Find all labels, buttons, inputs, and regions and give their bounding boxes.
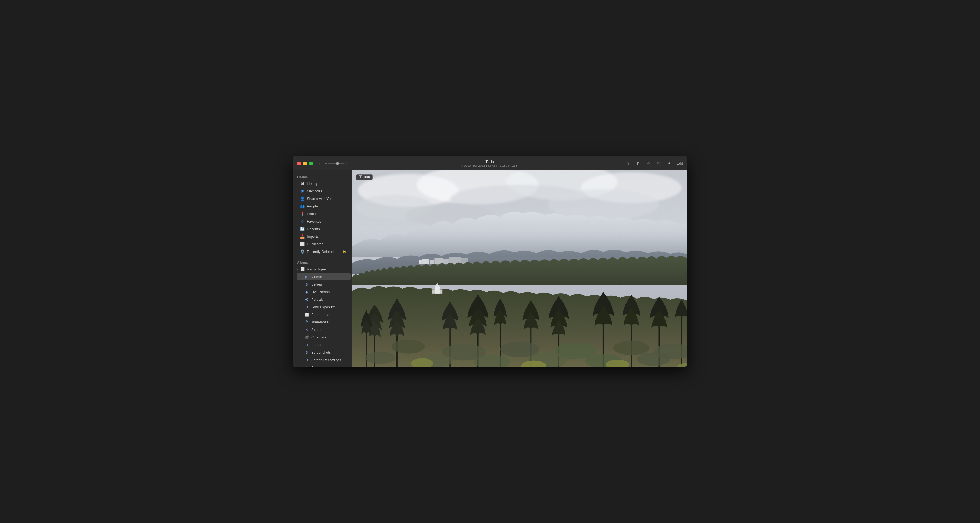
screenshots-icon: ⊙ <box>304 350 309 355</box>
svg-rect-12 <box>434 258 443 264</box>
svg-rect-10 <box>422 259 429 264</box>
recents-icon: 🔄 <box>300 227 305 231</box>
shared-with-you-icon: 👤 <box>300 196 305 201</box>
recently-deleted-icon: 🗑️ <box>300 249 305 254</box>
favorite-button[interactable]: ♡ <box>646 160 651 167</box>
panoramas-icon: ⬜ <box>304 312 309 317</box>
minimize-button[interactable] <box>303 162 307 165</box>
sidebar-item-shared-with-you[interactable]: 👤 Shared with You <box>294 195 351 202</box>
sidebar-item-library[interactable]: 🖼 Library <box>294 180 351 187</box>
lock-icon: 🔒 <box>342 250 347 254</box>
photos-section-label: Photos <box>293 174 352 180</box>
sidebar-item-recents[interactable]: 🔄 Recents <box>294 225 351 233</box>
sub-item-screenshots[interactable]: ⊙ Screenshots <box>297 349 351 356</box>
sub-item-bursts[interactable]: ⊙ Bursts <box>297 341 351 349</box>
videos-icon: ▷ <box>304 274 309 279</box>
hdr-badge-monitor-icon: 🖥 <box>359 175 362 179</box>
animated-label: Animated <box>311 366 326 367</box>
recently-deleted-label: Recently Deleted <box>307 250 340 254</box>
svg-point-32 <box>613 341 649 355</box>
albums-section: Albums ▾ ⬜ Media Types ▷ Videos ⊙ Selfie… <box>293 259 352 366</box>
sidebar-divider-1 <box>293 257 352 257</box>
bursts-label: Bursts <box>311 343 321 347</box>
close-button[interactable] <box>297 162 301 165</box>
media-types-label: Media Types <box>307 267 326 271</box>
svg-rect-9 <box>419 260 422 264</box>
sidebar-item-favorites[interactable]: ♡ Favorites <box>294 217 351 225</box>
media-types-header[interactable]: ▾ ⬜ Media Types <box>293 265 352 273</box>
hdr-badge: 🖥 HDR <box>356 174 373 180</box>
sidebar-item-memories[interactable]: ◉ Memories <box>294 187 351 195</box>
sub-item-portrait[interactable]: ⦿ Portrait <box>297 296 351 303</box>
svg-point-28 <box>391 339 425 353</box>
people-icon: 👥 <box>300 204 305 209</box>
sub-item-animated[interactable]: ⊙ Animated <box>297 364 351 366</box>
screen-recordings-icon: ⊙ <box>304 357 309 362</box>
svg-rect-11 <box>430 260 434 264</box>
content-area: Photos 🖼 Library ◉ Memories 👤 Shared wit… <box>293 170 687 366</box>
selfies-label: Selfies <box>311 282 322 286</box>
zoom-thumb <box>336 162 339 165</box>
svg-rect-13 <box>443 259 449 264</box>
edit-button[interactable]: Edit <box>677 161 683 165</box>
screenshots-label: Screenshots <box>311 350 331 354</box>
portrait-icon: ⦿ <box>304 297 309 302</box>
svg-point-34 <box>365 352 395 364</box>
zoom-plus-icon[interactable]: + <box>345 162 347 165</box>
photo-title: Tbilisi <box>461 160 519 164</box>
videos-label: Videos <box>311 275 322 279</box>
live-photos-label: Live Photos <box>311 290 329 294</box>
sidebar-item-places[interactable]: 📍 Places <box>294 210 351 217</box>
slo-mo-label: Slo-mo <box>311 328 322 332</box>
duplicates-icon: ⬜ <box>300 241 305 246</box>
sidebar-item-duplicates[interactable]: ⬜ Duplicates <box>294 240 351 248</box>
sub-item-time-lapse[interactable]: ⏱ Time-lapse <box>297 318 351 326</box>
memories-label: Memories <box>307 189 347 193</box>
time-lapse-label: Time-lapse <box>311 320 329 324</box>
sub-item-cinematic[interactable]: 🎬 Cinematic <box>297 333 351 341</box>
sub-item-panoramas[interactable]: ⬜ Panoramas <box>297 311 351 318</box>
library-icon: 🖼 <box>300 181 305 186</box>
favorites-label: Favorites <box>307 219 347 223</box>
share-button[interactable]: ⬆ <box>635 160 641 167</box>
selfies-icon: ⊙ <box>304 282 309 287</box>
titlebar-left-controls: ‹ − + <box>317 160 347 167</box>
duplicate-button[interactable]: ⧉ <box>656 160 662 167</box>
photo-landscape <box>352 170 687 366</box>
sub-item-selfies[interactable]: ⊙ Selfies <box>297 281 351 288</box>
zoom-track[interactable] <box>328 163 344 164</box>
animated-icon: ⊙ <box>304 365 309 366</box>
sub-item-long-exposure[interactable]: ⊙ Long Exposure <box>297 303 351 311</box>
sidebar-item-recently-deleted[interactable]: 🗑️ Recently Deleted 🔒 <box>294 248 351 255</box>
titlebar-right-controls: ℹ ⬆ ♡ ⧉ ✦ Edit <box>626 160 683 167</box>
memories-icon: ◉ <box>300 189 305 193</box>
cinematic-icon: 🎬 <box>304 335 309 339</box>
sidebar-item-imports[interactable]: 📥 Imports <box>294 233 351 240</box>
bursts-icon: ⊙ <box>304 342 309 347</box>
places-label: Places <box>307 212 347 216</box>
zoom-minus-icon[interactable]: − <box>325 162 327 165</box>
zoom-slider[interactable]: − + <box>325 162 347 165</box>
media-types-chevron-icon: ▾ <box>297 268 299 271</box>
long-exposure-label: Long Exposure <box>311 305 335 309</box>
titlebar: ‹ − + Tbilisi 4 December 2022 16:57:54 ·… <box>293 157 687 170</box>
photo-canvas: 🖥 HDR <box>352 170 687 366</box>
favorites-icon: ♡ <box>300 219 305 223</box>
magic-button[interactable]: ✦ <box>666 160 672 167</box>
imports-icon: 📥 <box>300 234 305 239</box>
info-button[interactable]: ℹ <box>626 160 630 167</box>
sidebar: Photos 🖼 Library ◉ Memories 👤 Shared wit… <box>293 170 352 366</box>
people-label: People <box>307 204 347 208</box>
svg-rect-46 <box>432 289 442 293</box>
media-types-icon: ⬜ <box>300 267 305 271</box>
slo-mo-icon: ✳ <box>304 327 309 332</box>
back-button[interactable]: ‹ <box>317 160 322 167</box>
sidebar-item-people[interactable]: 👥 People <box>294 202 351 210</box>
maximize-button[interactable] <box>309 162 313 165</box>
sub-item-screen-recordings[interactable]: ⊙ Screen Recordings <box>297 356 351 364</box>
main-photo-view: 🖥 HDR <box>352 170 687 366</box>
sub-item-slo-mo[interactable]: ✳ Slo-mo <box>297 326 351 333</box>
sub-item-live-photos[interactable]: ◉ Live Photos <box>297 288 351 296</box>
sub-item-videos[interactable]: ▷ Videos <box>297 273 351 281</box>
albums-section-label: Albums <box>293 259 352 265</box>
